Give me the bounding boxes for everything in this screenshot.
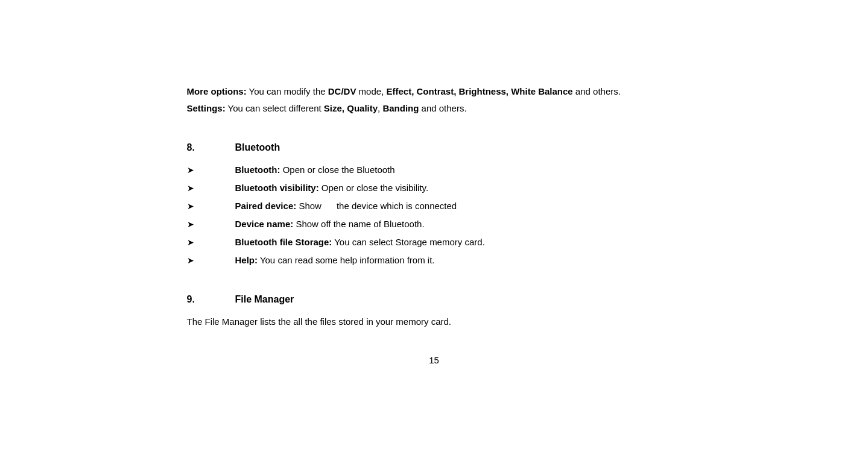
bullet-label-5: Bluetooth file Storage: (235, 237, 332, 247)
bullet-text-5: You can select Storage memory card. (332, 237, 484, 247)
list-item: ➤ Paired device: Show the device which i… (187, 199, 682, 213)
section-9-title: File Manager (235, 292, 294, 307)
bullet-arrow-6: ➤ (187, 254, 235, 267)
section-9-body: The File Manager lists the all the files… (187, 315, 682, 329)
bullet-label-3: Paired device: (235, 201, 297, 211)
list-item: ➤ Bluetooth: Open or close the Bluetooth (187, 163, 682, 177)
dcv-label: DC/DV (328, 86, 356, 96)
bullet-arrow-3: ➤ (187, 199, 235, 213)
settings-end: and others. (419, 103, 466, 113)
bullet-text-6: You can read some help information from … (258, 255, 435, 265)
effect-label: Effect, Contrast, Brightness, White Bala… (386, 86, 572, 96)
list-item: ➤ Bluetooth file Storage: You can select… (187, 235, 682, 250)
settings-line: Settings: You can select different Size,… (187, 101, 682, 116)
more-options-mid: mode, (356, 86, 386, 96)
bullet-text-1: Open or close the Bluetooth (280, 165, 394, 175)
section-8-number: 8. (187, 140, 235, 155)
list-item: ➤ Bluetooth visibility: Open or close th… (187, 181, 682, 195)
more-options-body: You can modify the (247, 86, 328, 96)
bullet-text-3: Show the device which is connected (296, 201, 457, 211)
bullet-label-2: Bluetooth visibility: (235, 183, 319, 193)
bullet-label-1: Bluetooth: (235, 165, 280, 175)
bullet-arrow-5: ➤ (187, 236, 235, 249)
size-quality-label: Size, Quality (324, 103, 378, 113)
bullet-content-5: Bluetooth file Storage: You can select S… (235, 235, 682, 250)
bullet-text-4: Show off the name of Bluetooth. (293, 219, 424, 229)
bullet-content-4: Device name: Show off the name of Blueto… (235, 217, 682, 231)
section-9-heading: 9. File Manager (187, 292, 682, 307)
bluetooth-bullet-list: ➤ Bluetooth: Open or close the Bluetooth… (187, 163, 682, 268)
bullet-arrow-1: ➤ (187, 163, 235, 177)
bullet-label-6: Help: (235, 255, 258, 265)
section-8-heading: 8. Bluetooth (187, 140, 682, 155)
bullet-arrow-4: ➤ (187, 218, 235, 231)
page-number: 15 (187, 353, 682, 368)
more-options-end: and others. (573, 86, 621, 96)
section-8-title: Bluetooth (235, 140, 280, 155)
section-9-number: 9. (187, 292, 235, 307)
bullet-content-1: Bluetooth: Open or close the Bluetooth (235, 163, 682, 177)
bullet-content-2: Bluetooth visibility: Open or close the … (235, 181, 682, 195)
settings-body: You can select different (226, 103, 324, 113)
settings-label: Settings: (187, 103, 226, 113)
list-item: ➤ Help: You can read some help informati… (187, 253, 682, 268)
banding-label: Banding (382, 103, 419, 113)
page-content: More options: You can modify the DC/DV m… (163, 66, 706, 385)
more-options-line: More options: You can modify the DC/DV m… (187, 84, 682, 99)
bullet-content-6: Help: You can read some help information… (235, 253, 682, 268)
list-item: ➤ Device name: Show off the name of Blue… (187, 217, 682, 231)
bullet-label-4: Device name: (235, 219, 294, 229)
bullet-content-3: Paired device: Show the device which is … (235, 199, 682, 213)
bullet-text-2: Open or close the visibility. (319, 183, 428, 193)
more-options-label: More options: (187, 86, 247, 96)
bullet-arrow-2: ➤ (187, 181, 235, 195)
